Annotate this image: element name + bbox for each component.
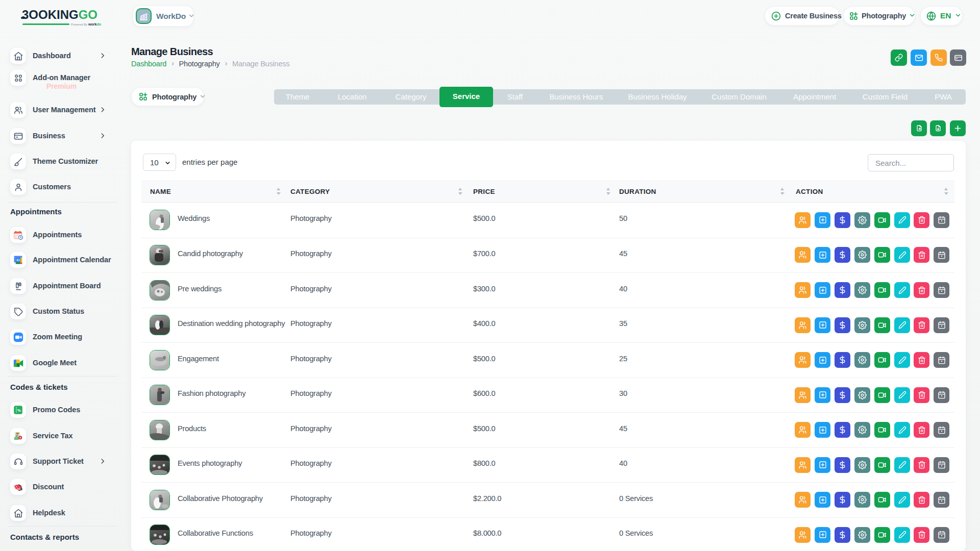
- svg-text:%: %: [17, 408, 21, 413]
- svg-text:TAX: TAX: [16, 433, 19, 435]
- svg-text:31: 31: [16, 258, 20, 262]
